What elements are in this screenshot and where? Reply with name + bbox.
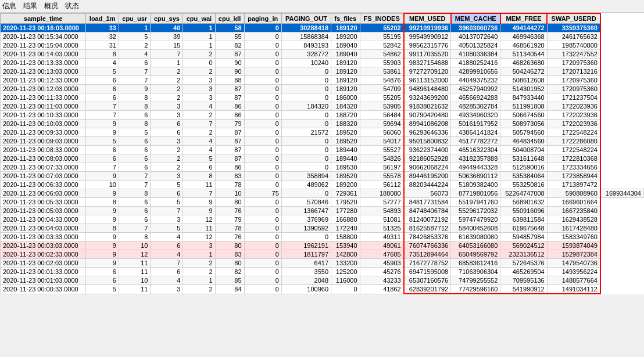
col-header-mem-used: MEM_USED — [404, 13, 451, 24]
table-cell: 8 — [119, 120, 151, 128]
table-cell: 50161917952 — [451, 120, 500, 128]
table-cell: 116000 — [331, 276, 360, 285]
table-cell: 51081 — [360, 215, 404, 224]
table-cell: 8 — [86, 50, 119, 59]
table-cell: 2020-11-23 00:02:03.0000 — [1, 259, 86, 268]
table-cell: 1720713216 — [547, 67, 600, 76]
table-cell: 0 — [244, 146, 281, 154]
table-cell: 65049569792 — [451, 250, 500, 259]
table-cell: 68583612416 — [451, 259, 500, 268]
table-cell: 572645376 — [500, 259, 547, 268]
table-cell: 87 — [215, 93, 244, 102]
table-cell: 59694 — [360, 120, 404, 128]
table-cell: 1722286080 — [547, 137, 600, 146]
table-cell: 7 — [86, 163, 119, 172]
table-cell: 0 — [281, 146, 331, 154]
table-cell: 3 — [183, 241, 215, 250]
table-cell: 184320 — [281, 102, 331, 111]
table-cell: 6 — [86, 268, 119, 276]
table-row: 2020-11-23 00:08:03.00006625870018944054… — [1, 154, 644, 163]
table-cell: 64053166080 — [451, 241, 500, 250]
table-cell: 158800 — [331, 233, 360, 241]
table-cell: 53861 — [360, 67, 404, 76]
table-cell: 71672778752 — [404, 259, 451, 268]
table-cell: 2020-11-23 00:02:33.0000 — [1, 250, 86, 259]
data-table: sample_timeload_1mcpu_usrcpu_syscpu_waic… — [0, 13, 644, 294]
table-cell: 79 — [215, 120, 244, 128]
data-table-container[interactable]: sample_timeload_1mcpu_usrcpu_syscpu_waic… — [0, 13, 644, 356]
table-cell: 0 — [244, 276, 281, 285]
table-cell: 847933440 — [500, 93, 547, 102]
table-cell: 1722023936 — [547, 120, 600, 128]
table-cell: 98327154688 — [404, 59, 451, 67]
col-header-cpu-wai: cpu_wai — [183, 13, 215, 24]
table-cell: 2 — [151, 93, 183, 102]
table-cell: 504008704 — [500, 146, 547, 154]
table-cell: 2020-11-23 00:07:33.0000 — [1, 163, 86, 172]
table-cell: 639811584 — [500, 215, 547, 224]
table-cell: 0 — [244, 137, 281, 146]
menu-item-info[interactable]: 信息 — [2, 1, 16, 11]
table-cell: 87 — [215, 154, 244, 163]
table-cell: 0 — [244, 24, 281, 33]
table-row: 2020-11-23 00:01:33.00006116282035501252… — [1, 268, 644, 276]
table-cell: 10240 — [281, 59, 331, 67]
table-cell: 179520 — [331, 198, 360, 207]
table-cell: 90790420480 — [404, 111, 451, 120]
table-cell: 512590016 — [500, 163, 547, 172]
table-cell: 4 — [151, 276, 183, 285]
table-cell: 0 — [244, 172, 281, 181]
table-cell: 82 — [215, 41, 244, 50]
table-cell: 511991808 — [500, 102, 547, 111]
table-cell: 0 — [281, 85, 331, 93]
table-cell: 43182357888 — [451, 154, 500, 163]
table-cell: 8 — [119, 93, 151, 102]
table-cell: 5 — [151, 198, 183, 207]
table-cell: 56060 — [360, 128, 404, 137]
table-cell: 7 — [119, 172, 151, 181]
table-cell: 2020-11-23 00:03:03.0000 — [1, 241, 86, 250]
table-row: 2020-11-23 00:04:03.00008751178013905921… — [1, 224, 644, 233]
table-cell: 0 — [331, 285, 360, 294]
table-cell: 3 — [151, 172, 183, 181]
table-cell: 78 — [215, 224, 244, 233]
table-cell: 49311 — [360, 233, 404, 241]
table-cell: 6 — [151, 189, 183, 198]
table-cell: 0 — [244, 102, 281, 111]
table-cell: 1669601664 — [547, 198, 600, 207]
table-cell: 3 — [183, 76, 215, 85]
table-row: 2020-11-23 00:04:33.00009631279037696916… — [1, 215, 644, 224]
table-cell: 3 — [151, 215, 183, 224]
table-cell: 709595136 — [500, 276, 547, 285]
table-cell: 87 — [215, 146, 244, 154]
menu-item-status[interactable]: 状态 — [65, 1, 79, 11]
menu-item-result[interactable]: 结果 — [23, 1, 37, 11]
table-cell: 1 — [183, 250, 215, 259]
table-cell: 1722548224 — [547, 146, 600, 154]
table-cell: 2020-11-23 00:01:33.0000 — [1, 268, 86, 276]
table-cell: 6 — [119, 198, 151, 207]
table-cell: 0 — [281, 93, 331, 102]
table-cell: 0 — [281, 76, 331, 85]
table-cell: 49449443328 — [451, 163, 500, 172]
table-cell: 9 — [86, 207, 119, 215]
table-cell: 3 — [151, 285, 183, 294]
table-cell: 87 — [215, 85, 244, 93]
table-cell: 189120 — [331, 67, 360, 76]
table-cell: 84748406784 — [404, 207, 451, 215]
table-cell: 55195 — [360, 33, 404, 41]
table-cell: 83 — [215, 250, 244, 259]
menu-item-overview[interactable]: 概况 — [44, 1, 58, 11]
table-cell: 2 — [183, 67, 215, 76]
table-cell: 48285302784 — [451, 102, 500, 111]
table-cell: 0 — [281, 154, 331, 163]
table-cell: 65307160576 — [404, 276, 451, 285]
table-cell: 54876 — [360, 76, 404, 85]
table-row: 2020-11-23 00:05:33.00008659800570846179… — [1, 198, 644, 207]
table-cell: 92186052928 — [404, 154, 451, 163]
table-cell: 535384064 — [500, 172, 547, 181]
table-cell: 0 — [244, 285, 281, 294]
table-cell: 2020-11-23 00:00:33.0000 — [1, 285, 86, 294]
table-cell: 11 — [183, 181, 215, 189]
table-cell: 1 — [151, 59, 183, 67]
